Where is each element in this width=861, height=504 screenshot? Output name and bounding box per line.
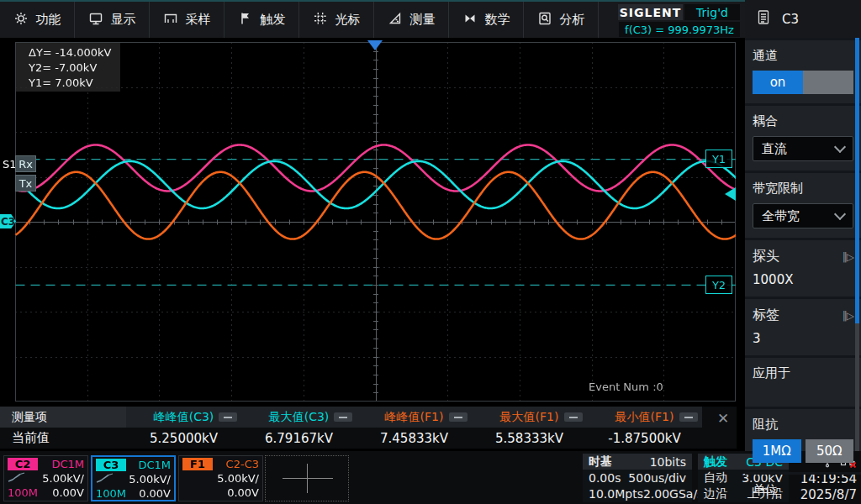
coupling-value: 直流 [762,141,787,157]
channel-box-f1[interactable]: F1C2-C35.00kV/0.00V [178,455,263,501]
probe-section: 探头 ‖▷ 1000X [745,238,861,297]
remove-measurement-button[interactable] [219,412,237,422]
channel-coupling: DC1M [51,458,84,470]
channel-badge: F1 [182,458,213,470]
menu-item-label: 数学 [485,12,510,28]
menu-item-function[interactable]: 功能 [0,2,75,38]
tag-value[interactable]: 3 [753,331,853,346]
trigger-icon [238,11,253,29]
timebase-box[interactable]: 时基 10bits 0.00s 500us/div 10.0Mpts 2.00G… [583,454,692,502]
trigger-level-marker[interactable] [725,187,736,201]
probe-icon [8,472,26,486]
acquire-icon [163,11,178,29]
trigger-position-marker[interactable] [367,40,383,50]
channel-box-c3[interactable]: C3DC1M5.00kV/100M0.00V [91,455,176,501]
waveform-display[interactable] [15,42,736,402]
measurement-value: 5.58333kV [472,428,587,449]
bandwidth-select[interactable]: 全带宽 [753,203,853,228]
timebase-delay: 0.00s [589,471,621,485]
channel-badge: C2 [8,458,38,470]
y2-cursor-label[interactable]: Y2 [705,276,732,294]
bottom-status-bar: C2DC1M5.00kV/100M0.00VC3DC1M5.00kV/100M0… [0,451,861,504]
menu-item-label: 采样 [186,12,211,28]
impedance-1mohm-button[interactable]: 1MΩ [753,439,801,463]
expand-icon[interactable]: ‖▷ [843,310,853,322]
trigger-title: 触发 [704,454,727,470]
trigger-mode: 自动 [704,470,727,486]
coupling-label: 耦合 [753,113,853,129]
measurement-value: 5.25000kV [126,428,241,449]
sidebar-scrollbar[interactable] [855,38,859,451]
display-icon [88,11,103,29]
coupling-select[interactable]: 直流 [753,136,853,161]
probe-label: 探头 [753,248,779,265]
expand-icon[interactable]: ‖▷ [843,251,853,263]
menu-item-acquire[interactable]: 采样 [150,2,224,38]
measurement-columns: 峰峰值(C3)5.25000kV最大值(C3)6.79167kV峰峰值(F1)7… [126,407,702,449]
cursor-y1-value: Y1= 7.00kV [29,76,120,91]
y1-cursor-label[interactable]: Y1 [705,150,732,168]
panel-header: C3 [745,0,861,38]
measurement-column: 峰峰值(C3)5.25000kV [126,407,241,449]
sample-rate: 2.00GSa/s [643,487,704,501]
rx-label-badge[interactable]: Rx [15,155,36,172]
adc-bits: 10bits [650,455,686,469]
channel-offset: 0.00V [52,486,84,499]
cursor-readout-box: ΔY= -14.000kV Y2= -7.00kV Y1= 7.00kV [16,43,120,92]
plot-area: ΔY= -14.000kV Y2= -7.00kV Y1= 7.00kV S1 … [0,38,745,407]
timebase-scale: 500us/div [628,471,686,485]
unit-section: 单位 V A [745,472,861,504]
bandwidth-value: 全带宽 [762,208,800,224]
channel-scale: 5.00kV/ [217,472,259,485]
measurement-header: 峰峰值(C3) [154,410,214,425]
menu-item-label: 测量 [410,12,436,28]
scrollbar-thumb[interactable] [855,38,859,323]
measurement-header: 最大值(C3) [269,410,330,425]
measurement-value: 6.79167kV [241,428,357,449]
measurement-value: 7.45833kV [357,428,472,449]
probe-value[interactable]: 1000X [753,272,853,287]
measurement-column: 峰峰值(F1)7.45833kV [357,407,472,449]
menu-item-label: 分析 [560,12,585,28]
coupling-section: 耦合 直流 [745,103,861,171]
channel-impedance: 100M [96,487,126,500]
probe-icon [96,473,114,486]
menu-item-label: 功能 [36,12,61,28]
c3-offset-marker[interactable]: C3 [0,214,16,228]
menu-item-display[interactable]: 显示 [75,2,150,38]
impedance-50ohm-button[interactable]: 50Ω [806,439,854,463]
unit-label: 单位 [753,482,853,498]
remove-measurement-button[interactable] [449,412,467,422]
channel-coupling: C2-C3 [226,458,259,470]
menu-item-trigger[interactable]: 触发 [224,2,299,38]
measurement-column: 最小值(F1)-1.87500kV [587,407,702,449]
channel-box-c2[interactable]: C2DC1M5.00kV/100M0.00V [3,455,88,501]
channel-off-button[interactable] [803,71,853,94]
remove-measurement-button[interactable] [564,412,583,422]
menu-item-label: 触发 [261,12,286,28]
menu-item-measure[interactable]: 测量 [374,2,449,38]
menu-item-cursor[interactable]: 光标 [299,2,374,38]
bandwidth-section: 带宽限制 全带宽 [745,171,861,238]
channel-on-button[interactable]: on [753,71,803,94]
channel-label: 通道 [753,48,853,64]
measure-icon [388,11,403,29]
menu-item-math[interactable]: 数学 [449,2,524,38]
measurement-column: 最大值(F1)5.58333kV [472,407,587,449]
menu-item-analysis[interactable]: 分析 [524,2,599,38]
measurement-current-label: 当前值 [0,428,126,449]
close-measurements-button[interactable]: ✕ [715,410,732,427]
trigger-type: 边沿 [704,486,727,501]
remove-measurement-button[interactable] [679,412,698,422]
channel-impedance: 100M [8,486,38,499]
cursor-y2-value: Y2= -7.00kV [29,60,120,76]
add-channel-button[interactable] [265,455,349,501]
impedance-section: 阻抗 1MΩ 50Ω [745,407,861,472]
measurement-header: 最大值(F1) [500,410,559,425]
impedance-toggle: 1MΩ 50Ω [753,439,853,463]
top-menu-bar: 功能显示采样触发光标测量数学分析 SIGLENT Trig'd f(C3) = … [0,0,745,38]
menu-item-label: 显示 [111,12,136,28]
remove-measurement-button[interactable] [334,412,352,422]
tx-label-badge[interactable]: Tx [15,175,36,192]
tag-label: 标签 [753,307,779,324]
